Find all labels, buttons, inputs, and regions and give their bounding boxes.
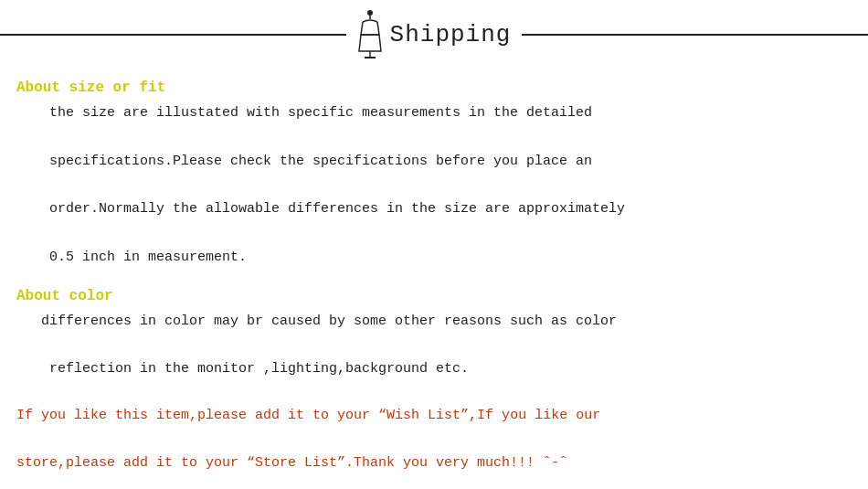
header-line-left — [0, 34, 346, 36]
store-to-text: to — [181, 455, 197, 471]
header-icon-title: Shipping — [357, 9, 512, 59]
color-body: differences in color may br caused by so… — [16, 310, 852, 382]
color-heading: About color — [16, 288, 852, 304]
dress-icon — [357, 9, 383, 59]
size-body: the size are illustated with specific me… — [16, 101, 852, 270]
header-title: Shipping — [390, 21, 512, 48]
wishlist-section: If you like this item,please add it to y… — [0, 397, 868, 476]
header-line-right — [522, 34, 868, 36]
page-container: Shipping About size or fit the size are … — [0, 0, 868, 489]
size-heading: About size or fit — [16, 80, 852, 96]
header: Shipping — [0, 0, 868, 67]
size-section: About size or fit the size are illustate… — [0, 67, 868, 275]
color-section: About color differences in color may br … — [0, 275, 868, 388]
svg-point-0 — [367, 10, 373, 16]
wishlist-to-text: to — [312, 408, 329, 423]
inch-text: inch — [82, 250, 115, 265]
wishlist-if-text: If — [16, 408, 33, 423]
